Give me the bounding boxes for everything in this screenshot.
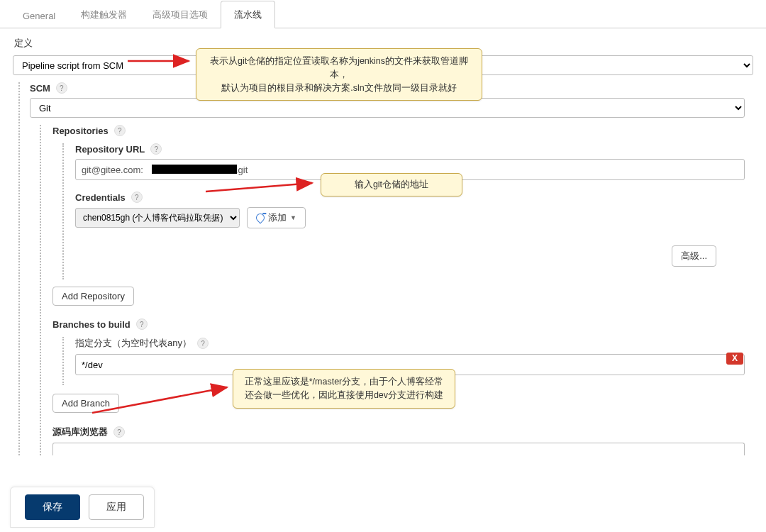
repo-url-label: Repository URL [75, 144, 145, 155]
help-icon[interactable]: ? [197, 338, 209, 349]
credentials-label: Credentials [75, 192, 126, 203]
help-icon[interactable]: ? [56, 82, 67, 94]
add-credentials-label: 添加 [268, 211, 287, 224]
repository-block: Repository URL ? Credentials ? chen0815g… [62, 143, 766, 279]
scm-select[interactable]: Git [30, 98, 745, 118]
annotation-callout-2: 输入git仓储的地址 [321, 173, 462, 196]
tab-build-triggers[interactable]: 构建触发器 [68, 1, 140, 28]
redacted-text [152, 165, 237, 174]
help-icon[interactable]: ? [131, 192, 143, 203]
tab-pipeline[interactable]: 流水线 [221, 1, 275, 28]
add-repository-button[interactable]: Add Repository [52, 287, 134, 306]
add-credentials-button[interactable]: 添加 ▼ [247, 207, 306, 228]
footer-actions: 保存 应用 [10, 487, 155, 528]
help-icon[interactable]: ? [150, 143, 162, 155]
key-icon [255, 212, 267, 224]
help-icon[interactable]: ? [114, 125, 126, 136]
annotation-callout-1: 表示从git仓储的指定位置读取名称为jenkins的文件来获取管道脚本， 默认为… [196, 48, 482, 101]
save-button[interactable]: 保存 [25, 494, 80, 520]
scm-label: SCM [30, 83, 50, 94]
credentials-select[interactable]: chen0815gh (个人博客代码拉取凭据) [75, 208, 240, 228]
config-tabs: General 构建触发器 高级项目选项 流水线 [0, 0, 766, 28]
advanced-button[interactable]: 高级... [672, 245, 716, 267]
tab-advanced-options[interactable]: 高级项目选项 [140, 1, 221, 28]
help-icon[interactable]: ? [113, 426, 125, 438]
source-browser-label: 源码库浏览器 [52, 426, 108, 438]
source-browser-select[interactable] [52, 443, 745, 455]
annotation-callout-3: 正常这里应该是*/master分支，由于个人博客经常 还会做一些优化，因此直接使… [233, 369, 455, 409]
apply-button[interactable]: 应用 [89, 494, 144, 520]
branches-label: Branches to build [52, 319, 131, 330]
tab-general[interactable]: General [10, 4, 68, 28]
branch-specifier-label: 指定分支（为空时代表any） [75, 337, 192, 350]
delete-branch-button[interactable]: X [726, 353, 743, 365]
help-icon[interactable]: ? [136, 318, 148, 330]
repositories-label: Repositories [52, 126, 109, 136]
add-branch-button[interactable]: Add Branch [52, 394, 119, 413]
chevron-down-icon: ▼ [290, 214, 296, 221]
